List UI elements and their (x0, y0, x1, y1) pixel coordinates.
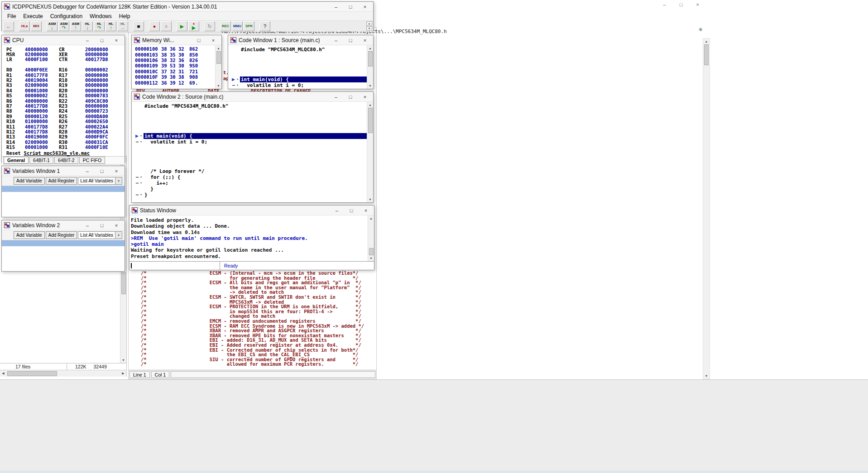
memory-row[interactable]: 0000010939 53 309S0 (132, 63, 215, 68)
menu-item[interactable]: Configuration (47, 12, 86, 20)
maximize-button[interactable]: □ (95, 36, 109, 45)
register-row[interactable]: R900000120R254000DA00 (6, 114, 125, 119)
dropdown-arrow-icon[interactable]: ▼ (115, 177, 122, 184)
code-line[interactable]: –·} (132, 192, 367, 198)
register-row[interactable]: MSR02000000XER00000000 (6, 52, 125, 57)
scroll-down-icon[interactable]: ▼ (216, 83, 221, 89)
scroll-down-icon[interactable]: ▼ (120, 357, 126, 363)
code2-scrollbar[interactable]: ▲ ▼ (367, 102, 373, 202)
menu-item[interactable]: File (4, 12, 19, 20)
code-line[interactable] (228, 58, 367, 64)
variables-list[interactable] (2, 246, 125, 271)
register-row[interactable]: R1402009000R30400031CA (6, 139, 125, 144)
minimize-button[interactable]: – (80, 36, 95, 45)
code-line[interactable] (132, 151, 367, 157)
selected-row[interactable] (2, 240, 125, 246)
cpu-tab[interactable]: 64BIT-1 (29, 157, 53, 164)
hl-run-button[interactable]: HL → (117, 21, 128, 31)
run-to-breakpoint-button[interactable]: ● ▶ (188, 21, 199, 31)
close-button[interactable]: × (109, 221, 124, 230)
code-line[interactable]: –· for (;;) { (132, 174, 367, 180)
asm-step-out-button[interactable]: ASM ↑ (70, 21, 81, 31)
code-line[interactable]: #include "MPC5634M_MLQC80.h" (132, 103, 367, 109)
cpu-titlebar[interactable]: CPU – □ × (2, 35, 125, 45)
code-line[interactable] (132, 127, 367, 133)
minimize-button[interactable]: – (329, 2, 343, 11)
scroll-up-icon[interactable]: ▲ (367, 102, 373, 108)
memory-row[interactable]: 0000010038 36 32862 (132, 46, 215, 52)
register-row[interactable]: R1340019000R294000F0FC (6, 134, 125, 139)
maximize-button[interactable]: □ (95, 221, 109, 230)
scrollbar-thumb[interactable] (704, 44, 709, 65)
code-line[interactable]: ▶·int main(void) { (228, 76, 367, 82)
add-register-button[interactable]: Add Register (46, 177, 77, 185)
memory-row[interactable]: 0000010C37 32 31721 (132, 69, 215, 74)
memory-titlebar[interactable]: Memory Wi... □ × (132, 35, 221, 45)
maximize-button[interactable]: □ (344, 206, 359, 215)
minimize-button[interactable]: – (80, 167, 95, 176)
code-line[interactable] (132, 157, 367, 162)
close-button[interactable]: × (358, 36, 372, 45)
code-line[interactable]: /* Loop forever */ (132, 168, 367, 174)
add-variable-button[interactable]: Add Variable (14, 231, 45, 239)
cpu-tab[interactable]: PC FIFO (79, 157, 105, 164)
scrollbar-thumb[interactable] (368, 51, 373, 67)
menu-item[interactable]: Execute (19, 12, 46, 20)
register-row[interactable]: R302009000R1900000000 (6, 83, 125, 88)
code-line[interactable] (132, 162, 367, 168)
selected-row[interactable] (2, 186, 125, 192)
scroll-down-icon[interactable]: ▼ (367, 196, 373, 202)
stop-button[interactable]: ■ (133, 21, 144, 31)
rec-registers-button[interactable]: REC (220, 21, 231, 31)
code-line[interactable] (228, 64, 367, 70)
add-register-button[interactable]: Add Register (46, 231, 77, 239)
mixed-view-button[interactable]: MIX (31, 21, 42, 31)
minimize-button[interactable]: – (329, 36, 343, 45)
memory-scrollbar[interactable]: ▲ ▼ (215, 45, 221, 89)
reset-target-button[interactable]: ← (3, 21, 14, 31)
cpu-tab[interactable]: 64BIT-2 (54, 157, 78, 164)
bg-minimize-icon[interactable]: – (656, 0, 673, 9)
close-button[interactable]: × (359, 206, 373, 215)
scrollbar-thumb[interactable] (216, 51, 221, 64)
maximize-button[interactable]: □ (343, 2, 358, 11)
code1-scrollbar[interactable]: ▲ ▼ (367, 45, 373, 89)
code-line[interactable]: –· i++; (132, 180, 367, 186)
scroll-down-icon[interactable]: ▼ (368, 255, 374, 261)
asm-step-into-button[interactable]: ASM ↓ (47, 21, 58, 31)
maximize-button[interactable]: □ (192, 36, 206, 45)
background-vertical-scrollbar[interactable]: ▲ ▼ (703, 38, 710, 379)
scroll-up-icon[interactable]: ▲ (367, 45, 373, 51)
toolbar-scroll-down-icon[interactable]: ▼ (366, 26, 372, 31)
menu-item[interactable]: Windows (86, 12, 115, 20)
files-horizontal-scrollbar[interactable]: ◀ ▶ (0, 370, 126, 377)
code-line[interactable]: #include "MPC5634M_MLQC80.h" (228, 47, 367, 53)
register-row[interactable]: R500000002R2100000783 (6, 93, 125, 98)
status-titlebar[interactable]: Status Window – □ × (129, 205, 374, 215)
code2-titlebar[interactable]: Code Window 2 : Source (main.c) – □ × (132, 92, 373, 102)
scrollbar-thumb[interactable] (121, 272, 126, 294)
command-input[interactable] (129, 262, 220, 270)
variables-list[interactable] (2, 192, 125, 217)
hl-step-over-button[interactable]: HL ↷ (94, 21, 105, 31)
maximize-button[interactable]: □ (95, 167, 109, 176)
scroll-up-icon[interactable]: ▲ (703, 38, 710, 44)
variables-filter-select[interactable]: List All Variables ▼ (78, 231, 122, 239)
register-row[interactable]: R04000F0EER1600000002 (6, 67, 125, 72)
register-row[interactable]: R1500001000R314000F10E (6, 144, 125, 149)
code-line[interactable]: } (132, 186, 367, 192)
scrollbar-thumb[interactable] (7, 371, 57, 376)
close-button[interactable]: × (358, 2, 372, 11)
mmu-registers-button[interactable]: MMU (232, 21, 243, 31)
code-line[interactable]: ▶·int main(void) { (132, 133, 367, 139)
register-row[interactable] (6, 62, 125, 67)
register-row[interactable]: R7400177D8R2300000000 (6, 103, 125, 108)
toolbar-scroll-up-icon[interactable]: ▲ (366, 21, 372, 26)
minimize-button[interactable]: – (330, 206, 344, 215)
maximize-button[interactable]: □ (343, 92, 358, 101)
bg-close-icon[interactable]: × (689, 0, 706, 9)
register-row[interactable]: R1400177F8R1700000000 (6, 72, 125, 77)
register-row[interactable]: R240019004R1800000000 (6, 77, 125, 82)
code1-titlebar[interactable]: Code Window 1 : Source (main.c) – □ × (228, 35, 373, 45)
scrollbar-thumb[interactable] (369, 248, 374, 255)
